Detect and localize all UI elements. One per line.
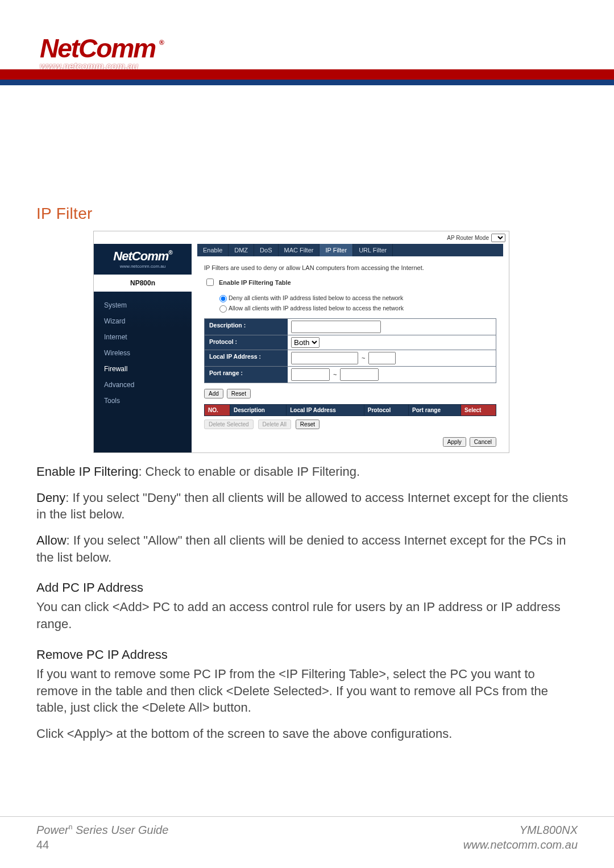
form-row-port-range: Port range : ~ [205, 367, 496, 383]
footer-doc-code: YML800NX [463, 823, 578, 837]
ip-filter-table: NO. Description Local IP Address Protoco… [204, 404, 496, 416]
add-button[interactable]: Add [204, 389, 223, 398]
port-range-sep: ~ [333, 371, 337, 378]
delete-all-button[interactable]: Delete All [258, 420, 291, 429]
mode-label: AP Router Mode [447, 235, 489, 241]
local-ip-to-input[interactable] [368, 352, 396, 364]
reset-button[interactable]: Reset [227, 389, 251, 398]
cancel-button[interactable]: Cancel [470, 437, 496, 447]
description-input[interactable] [291, 321, 381, 333]
page-header-banner: NetComm ® www.netcomm.com.au [0, 0, 614, 85]
mode-select[interactable] [491, 234, 505, 242]
port-from-input[interactable] [291, 368, 330, 381]
para-add-pc: You can click <Add> PC to add an access … [36, 599, 578, 632]
th-protocol: Protocol [364, 405, 408, 416]
tab-ip-filter[interactable]: IP Filter [320, 244, 353, 256]
firewall-tabs: Enable DMZ DoS MAC Filter IP Filter URL … [197, 244, 503, 256]
tab-url-filter[interactable]: URL Filter [353, 244, 393, 256]
protocol-select[interactable]: Both [291, 337, 320, 348]
para-allow-lead: Allow [36, 533, 67, 547]
tab-dmz[interactable]: DMZ [229, 244, 254, 256]
footer-guide-a: Power [36, 824, 69, 836]
subhead-add-pc: Add PC IP Address [36, 580, 578, 595]
para-remove-pc-1: If you want to remove some PC IP from th… [36, 666, 578, 716]
brand-url: www.netcomm.com.au [40, 61, 138, 72]
description-label: Description : [205, 319, 288, 335]
subhead-remove-pc: Remove PC IP Address [36, 647, 578, 662]
deny-radio[interactable] [219, 295, 227, 302]
allow-row: Allow all clients with IP address listed… [217, 304, 496, 313]
para-enable-rest: : Check to enable or disable IP Filterin… [138, 464, 360, 479]
sidebar-item-tools[interactable]: Tools [94, 393, 192, 409]
form-row-protocol: Protocol : Both [205, 335, 496, 350]
sidebar-item-system[interactable]: System [94, 297, 192, 313]
port-range-label: Port range : [205, 367, 288, 383]
allow-radio-label: Allow all clients with IP address listed… [229, 305, 404, 312]
th-port-range: Port range [408, 405, 460, 416]
enable-ip-filtering-label: Enable IP Filtering Table [219, 279, 291, 286]
th-select: Select [460, 405, 496, 416]
sidebar-reg-icon: ® [168, 250, 172, 256]
registered-mark-icon: ® [159, 39, 164, 47]
sidebar-model: NP800n [94, 275, 192, 292]
table-header-row: NO. Description Local IP Address Protoco… [205, 405, 496, 416]
section-title: IP Filter [36, 205, 578, 223]
para-remove-pc-2: Click <Apply> at the bottom of the scree… [36, 725, 578, 742]
deny-radio-label: Deny all clients with IP address listed … [229, 294, 403, 301]
brand-text: NetComm [40, 33, 155, 64]
footer-page-number: 44 [36, 837, 168, 852]
para-enable: Enable IP Filtering: Check to enable or … [36, 463, 578, 480]
router-main-panel: Enable DMZ DoS MAC Filter IP Filter URL … [192, 244, 509, 452]
sidebar-item-wireless[interactable]: Wireless [94, 345, 192, 361]
protocol-label: Protocol : [205, 335, 288, 350]
sidebar-brand-url: www.netcomm.com.au [120, 264, 165, 269]
local-ip-range-sep: ~ [362, 355, 365, 362]
para-deny-rest: : If you select "Deny" then all clients … [36, 491, 568, 522]
banner-upper-white [0, 0, 614, 32]
local-ip-from-input[interactable] [291, 352, 358, 364]
router-top-strip: AP Router Mode [94, 231, 509, 244]
footer-url: www.netcomm.com.au [463, 837, 578, 852]
apply-cancel-row: Apply Cancel [204, 437, 496, 447]
sidebar-item-firewall[interactable]: Firewall [94, 361, 192, 377]
reset-table-button[interactable]: Reset [296, 420, 320, 429]
th-description: Description [230, 405, 286, 416]
router-admin-screenshot: AP Router Mode NetComm® www.netcomm.com.… [93, 231, 509, 453]
sidebar-item-advanced[interactable]: Advanced [94, 377, 192, 393]
delete-selected-button[interactable]: Delete Selected [204, 420, 254, 429]
sidebar-logo: NetComm® www.netcomm.com.au [94, 244, 192, 275]
tab-enable[interactable]: Enable [197, 244, 229, 256]
sidebar-item-internet[interactable]: Internet [94, 329, 192, 345]
para-deny-lead: Deny [36, 491, 65, 505]
para-allow: Allow: If you select "Allow" then all cl… [36, 532, 578, 566]
local-ip-label: Local IP Address : [205, 350, 288, 366]
enable-ip-filtering-checkbox[interactable] [206, 279, 214, 286]
netcomm-logo: NetComm ® www.netcomm.com.au [40, 36, 176, 81]
form-row-local-ip: Local IP Address : ~ [205, 350, 496, 367]
router-sidebar: NetComm® www.netcomm.com.au NP800n Syste… [94, 244, 192, 452]
table-action-row: Delete Selected Delete All Reset [204, 420, 496, 429]
sidebar-nav: System Wizard Internet Wireless Firewall… [94, 292, 192, 418]
add-reset-row: Add Reset [204, 389, 496, 398]
allow-radio[interactable] [219, 305, 227, 313]
page-content: IP Filter AP Router Mode NetComm® www.ne… [0, 85, 614, 742]
tab-mac-filter[interactable]: MAC Filter [279, 244, 320, 256]
tab-dos[interactable]: DoS [254, 244, 278, 256]
router-body: NetComm® www.netcomm.com.au NP800n Syste… [94, 244, 509, 452]
form-row-description: Description : [205, 319, 496, 335]
th-no: NO. [205, 405, 230, 416]
ip-filter-panel: IP Filters are used to deny or allow LAN… [197, 256, 503, 447]
para-deny: Deny: If you select "Deny" then all clie… [36, 489, 578, 523]
sidebar-brand: NetComm [113, 249, 168, 263]
port-to-input[interactable] [340, 368, 379, 381]
apply-button[interactable]: Apply [443, 437, 466, 447]
sidebar-item-wizard[interactable]: Wizard [94, 313, 192, 329]
ip-filter-intro: IP Filters are used to deny or allow LAN… [204, 264, 496, 271]
page-footer: Powern Series User Guide 44 YML800NX www… [0, 816, 614, 868]
para-allow-rest: : If you select "Allow" then all clients… [36, 533, 566, 564]
enable-ip-filtering-row: Enable IP Filtering Table [204, 277, 496, 288]
deny-allow-group: Deny all clients with IP address listed … [217, 293, 496, 313]
footer-guide-title: Powern Series User Guide [36, 823, 168, 837]
footer-guide-b: Series User Guide [72, 824, 168, 836]
ip-filter-form: Description : Protocol : Both [204, 318, 496, 383]
